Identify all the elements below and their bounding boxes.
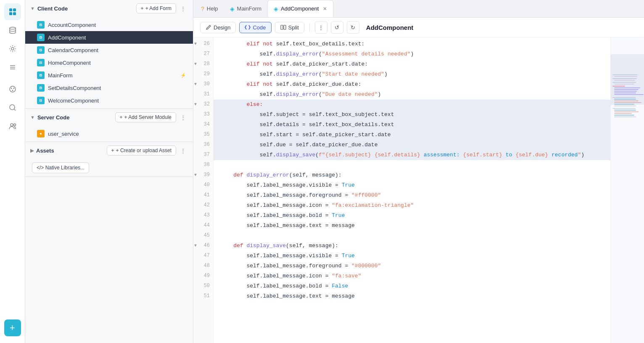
client-code-items: B AccountComponent B AddComponent B Cale…: [25, 17, 193, 108]
split-label: Split: [288, 24, 299, 31]
line-num-32: ▼32: [193, 100, 213, 110]
file-item-homecomponent[interactable]: B HomeComponent: [25, 56, 193, 69]
code-button[interactable]: Code: [239, 22, 271, 33]
close-tab-icon[interactable]: ✕: [323, 6, 327, 12]
assets-title[interactable]: ▶ Assets: [30, 148, 54, 154]
client-code-menu-btn[interactable]: ⋮: [178, 3, 188, 13]
svg-rect-24: [614, 84, 634, 84]
create-asset-button[interactable]: + + Create or upload Asset: [107, 145, 176, 156]
redo-btn[interactable]: ↻: [347, 21, 359, 34]
add-server-module-label: + Add Server Module: [124, 114, 172, 120]
file-item-calendarcomponent[interactable]: B CalendarComponent: [25, 44, 193, 56]
code-line-34: self.details = self.text_box_details.tex…: [214, 120, 610, 130]
chevron-down-icon: ▼: [30, 6, 35, 11]
file-item-label: AddComponent: [48, 34, 186, 41]
add-server-module-button[interactable]: + + Add Server Module: [115, 112, 176, 122]
code-line-31: self.display_error("Due date needed"): [214, 90, 610, 100]
server-code-actions: + + Add Server Module ⋮: [115, 112, 188, 122]
native-libraries-btn[interactable]: </> Native Libraries...: [32, 162, 89, 173]
code-line-47: self.label_message.visible = True: [214, 251, 610, 261]
svg-point-9: [10, 86, 16, 92]
svg-rect-41: [614, 115, 634, 116]
line-num-30: ▼30: [193, 79, 213, 90]
tab-mainform[interactable]: ◈ MainForm: [224, 0, 268, 17]
code-line-33: self.subject = self.text_box_subject.tex…: [214, 110, 610, 120]
code-line-46: def display_save(self, message):: [214, 241, 610, 251]
file-item-setdetailscomponent[interactable]: B SetDetailsComponent: [25, 82, 193, 94]
tab-addcomponent[interactable]: ◈ AddComponent ✕: [267, 0, 333, 17]
list-icon-btn[interactable]: [4, 59, 21, 76]
component-icon: B: [37, 34, 45, 41]
more-options-btn[interactable]: ⋮: [315, 21, 327, 34]
database-icon-btn[interactable]: [4, 22, 21, 39]
code-line-45: [214, 231, 610, 241]
client-code-section: ▼ Client Code + + Add Form ⋮ B AccountCo…: [25, 0, 193, 109]
file-item-addcomponent[interactable]: B AddComponent: [25, 31, 193, 44]
svg-point-16: [13, 124, 16, 126]
svg-point-13: [10, 105, 15, 110]
split-button[interactable]: Split: [275, 22, 304, 33]
svg-rect-38: [614, 110, 636, 111]
assets-menu-btn[interactable]: ⋮: [178, 145, 188, 156]
svg-rect-31: [612, 97, 636, 98]
server-code-menu-btn[interactable]: ⋮: [178, 112, 188, 122]
palette-icon-btn[interactable]: [4, 81, 21, 98]
component-icon: B: [37, 21, 45, 29]
svg-point-4: [10, 27, 16, 29]
search-icon-btn[interactable]: [4, 99, 21, 116]
code-line-42: self.label_message.icon = "fa:exclamatio…: [214, 201, 610, 211]
code-line-48: self.label_message.foreground = "#000000…: [214, 261, 610, 271]
add-form-button[interactable]: + + Add Form: [136, 3, 176, 13]
code-line-30: elif not self.date_picker_due.date:: [214, 79, 610, 90]
design-button[interactable]: Design: [200, 22, 236, 33]
line-num-44: 44: [193, 221, 213, 231]
line-num-49: 49: [193, 271, 213, 281]
component-icon: B: [37, 71, 45, 79]
line-num-47: 47: [193, 251, 213, 261]
code-label: Code: [253, 24, 266, 31]
code-line-43: self.label_message.bold = True: [214, 211, 610, 221]
search-icon: [8, 103, 17, 112]
component-icon: B: [37, 46, 45, 54]
file-item-user-service[interactable]: ● user_service: [25, 127, 193, 140]
svg-rect-42: [614, 116, 636, 117]
code-line-40: self.label_message.visible = True: [214, 180, 610, 190]
code-content[interactable]: elif not self.text_box_details.text: sel…: [214, 37, 610, 343]
line-num-35: 35: [193, 130, 213, 140]
tab-label: AddComponent: [281, 5, 319, 12]
settings-icon-btn[interactable]: [4, 40, 21, 57]
tab-bar: ? Help ◈ MainForm ◈ AddComponent ✕: [193, 0, 644, 18]
file-item-accountcomponent[interactable]: B AccountComponent: [25, 18, 193, 31]
client-code-title[interactable]: ▼ Client Code: [30, 5, 68, 12]
grid-icon-btn[interactable]: [4, 3, 21, 20]
server-code-label: Server Code: [37, 114, 70, 121]
assets-header: ▶ Assets + + Create or upload Asset ⋮: [25, 142, 193, 159]
svg-rect-32: [614, 99, 636, 100]
file-item-mainform[interactable]: B MainForm ⚡: [25, 69, 193, 82]
line-num-36: 36: [193, 140, 213, 150]
svg-rect-23: [612, 82, 636, 83]
native-lib-label: </> Native Libraries...: [37, 165, 84, 171]
undo-btn[interactable]: ↺: [331, 21, 343, 34]
code-line-36: self.due = self.date_picker_due.date: [214, 140, 610, 150]
code-line-35: self.start = self.date_picker_start.date: [214, 130, 610, 140]
client-code-header: ▼ Client Code + + Add Form ⋮: [25, 0, 193, 17]
database-icon: [8, 26, 17, 34]
add-main-btn[interactable]: +: [4, 319, 21, 336]
code-line-27: self.display_error("Assessment details n…: [214, 49, 610, 59]
code-line-38: [214, 160, 610, 170]
code-line-51: self.label_message.text = message: [214, 291, 610, 301]
code-editor[interactable]: ▼26 27 ▼28 29 ▼30 31 ▼32 33 34 35 36 37 …: [193, 37, 644, 343]
file-item-welcomecomponent[interactable]: B WelcomeComponent: [25, 94, 193, 107]
addcomponent-tab-icon: ◈: [274, 5, 278, 12]
users-icon-btn[interactable]: [4, 118, 21, 135]
server-code-title[interactable]: ▼ Server Code: [30, 114, 69, 121]
line-num-33: 33: [193, 110, 213, 120]
settings-icon: [8, 45, 17, 53]
svg-rect-34: [614, 102, 641, 103]
tab-label: Help: [207, 5, 218, 12]
palette-icon: [8, 85, 17, 93]
line-num-27: 27: [193, 49, 213, 59]
minimap[interactable]: [610, 37, 644, 343]
tab-help[interactable]: ? Help: [195, 0, 224, 17]
